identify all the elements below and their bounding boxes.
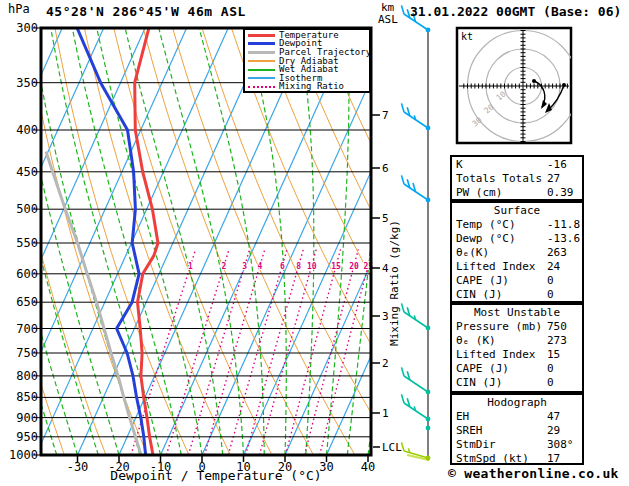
table-row-value: -13.6 bbox=[547, 232, 580, 246]
wind-barb-dot bbox=[426, 126, 431, 131]
pressure-unit-label: hPa bbox=[8, 2, 30, 16]
wind-barb-dot bbox=[426, 426, 431, 431]
wind-barb bbox=[401, 103, 430, 130]
legend-swatch-dry-adiabat bbox=[248, 60, 275, 62]
table-section-title: Surface bbox=[456, 204, 578, 218]
wind-barb-tick bbox=[401, 175, 404, 184]
legend-swatch-wet-adiabat bbox=[248, 69, 275, 71]
table-row-value: 0.39 bbox=[547, 186, 574, 200]
pressure-tick-label: 500 bbox=[16, 202, 38, 216]
table-row-value: -16 bbox=[547, 158, 567, 172]
wind-barb bbox=[401, 394, 430, 421]
mixing-ratio-value-label: 15 bbox=[331, 262, 341, 271]
hodograph-unit-label: kt bbox=[461, 31, 473, 42]
table-row: K-16 bbox=[456, 158, 582, 172]
wind-barb bbox=[401, 175, 430, 202]
pressure-tick-label: 700 bbox=[16, 322, 38, 336]
wind-barb-shaft bbox=[404, 403, 428, 419]
table-row-label: θₑ (K) bbox=[456, 334, 496, 347]
pressure-tick-label: 800 bbox=[16, 369, 38, 383]
table-row-value: 24 bbox=[547, 260, 560, 274]
table-row-value: 29 bbox=[547, 424, 560, 438]
table-row-label: Temp (°C) bbox=[456, 218, 516, 231]
table-row: CIN (J)0 bbox=[456, 288, 582, 302]
mixing-ratio-value-label: 10 bbox=[307, 262, 317, 271]
table-section-title: Hodograph bbox=[456, 396, 578, 410]
datetime-label: 31.01.2022 00GMT (Base: 06) bbox=[410, 4, 621, 19]
x-axis-title: Dewpoint / Temperature (°C) bbox=[96, 468, 336, 483]
temperature-curve bbox=[135, 28, 158, 455]
table-row-label: CIN (J) bbox=[456, 376, 502, 389]
table-row-label: Lifted Index bbox=[456, 348, 535, 361]
mixing-ratio-line bbox=[320, 249, 373, 455]
wind-barb bbox=[401, 367, 430, 394]
wind-barb-dot bbox=[426, 326, 431, 331]
table-row: CAPE (J)0 bbox=[456, 274, 582, 288]
km-tick-label: 6 bbox=[382, 162, 389, 175]
table-section-indices: K-16Totals Totals27PW (cm)0.39 bbox=[450, 155, 584, 201]
table-row-label: Totals Totals bbox=[456, 172, 542, 185]
pressure-tick-label: 300 bbox=[16, 21, 38, 35]
table-row-value: 750 bbox=[547, 320, 567, 334]
wind-barb-tick bbox=[401, 5, 404, 14]
table-row-value: 0 bbox=[547, 274, 554, 288]
legend-swatch-dewpoint bbox=[248, 42, 275, 45]
temp-tick-label: 40 bbox=[361, 460, 375, 474]
wet-adiabat-line bbox=[70, 16, 181, 455]
skewt-sounding-chart: 12346810152025Mixing Ratio (g/kg)3003504… bbox=[0, 0, 629, 486]
table-row-value: 273 bbox=[547, 334, 567, 348]
table-row: Pressure (mb)750 bbox=[456, 320, 582, 334]
table-row: Dewp (°C)-13.6 bbox=[456, 232, 582, 246]
table-row-value: 263 bbox=[547, 246, 567, 260]
table-row: CIN (J)0 bbox=[456, 376, 582, 390]
table-row: PW (cm)0.39 bbox=[456, 186, 582, 200]
table-row-label: CAPE (J) bbox=[456, 362, 509, 375]
wind-barb-tick bbox=[401, 367, 404, 376]
pressure-tick-label: 450 bbox=[16, 165, 38, 179]
mixing-ratio-value-label: 6 bbox=[280, 262, 285, 271]
table-row-value: 27 bbox=[547, 172, 560, 186]
pressure-tick-label: 600 bbox=[16, 267, 38, 281]
wind-barb-dot bbox=[426, 417, 431, 422]
wind-barb-shaft bbox=[404, 184, 428, 200]
table-row-value: -11.8 bbox=[547, 218, 580, 232]
km-tick-label: 4 bbox=[382, 262, 389, 275]
km-tick-label: 3 bbox=[382, 310, 389, 323]
wind-barb-shaft bbox=[404, 376, 428, 392]
mixing-ratio-labels: 12346810152025 bbox=[188, 262, 373, 271]
table-row: Temp (°C)-11.8 bbox=[456, 218, 582, 232]
table-row-label: Dewp (°C) bbox=[456, 232, 516, 245]
mixing-ratio-value-label: 1 bbox=[188, 262, 193, 271]
mixing-ratio-line bbox=[246, 249, 304, 455]
pressure-tick-label: 350 bbox=[16, 76, 38, 90]
table-section-surface: SurfaceTemp (°C)-11.8Dewp (°C)-13.6θₑ(K)… bbox=[450, 201, 584, 303]
pressure-tick-label: 850 bbox=[16, 390, 38, 404]
legend-swatch-mixing-ratio bbox=[248, 86, 275, 88]
altitude-unit-label-km: km bbox=[381, 2, 394, 13]
altitude-unit-label-asl: ASL bbox=[378, 14, 398, 25]
km-tick-label: 5 bbox=[382, 212, 389, 225]
table-row: CAPE (J)0 bbox=[456, 362, 582, 376]
wind-barb-shaft bbox=[404, 312, 428, 328]
wind-barb-dot bbox=[426, 28, 431, 33]
table-row-label: θₑ(K) bbox=[456, 246, 489, 259]
table-row: EH47 bbox=[456, 410, 582, 424]
km-tick-label: 7 bbox=[382, 109, 389, 122]
mixing-ratio-value-label: 4 bbox=[258, 262, 263, 271]
table-row-label: Pressure (mb) bbox=[456, 320, 542, 333]
mixing-ratio-line bbox=[260, 249, 317, 455]
table-row-label: EH bbox=[456, 410, 469, 423]
pressure-tick-label: 400 bbox=[16, 123, 38, 137]
table-row: Lifted Index15 bbox=[456, 348, 582, 362]
wind-barb-tick bbox=[401, 303, 404, 312]
table-row: Totals Totals27 bbox=[456, 172, 582, 186]
pressure-tick-label: 950 bbox=[16, 430, 38, 444]
table-row-label: CIN (J) bbox=[456, 288, 502, 301]
table-row-value: 15 bbox=[547, 348, 560, 362]
table-row-value: 0 bbox=[547, 288, 554, 302]
hodograph-panel: 102030kt bbox=[457, 27, 582, 145]
table-row-label: K bbox=[456, 158, 463, 171]
table-row-label: Lifted Index bbox=[456, 260, 535, 273]
wind-barb-dot bbox=[426, 390, 431, 395]
station-title: 45°28'N 286°45'W 46m ASL bbox=[46, 4, 246, 19]
